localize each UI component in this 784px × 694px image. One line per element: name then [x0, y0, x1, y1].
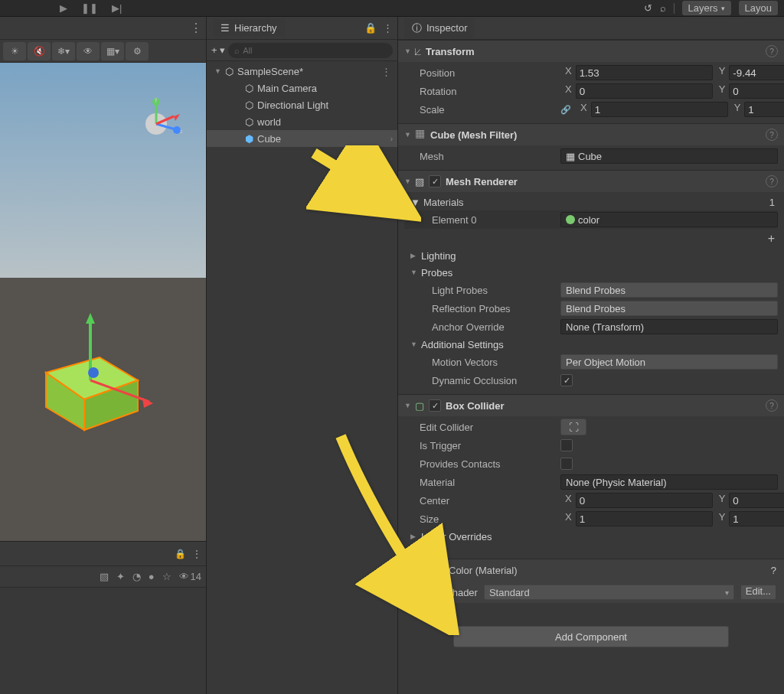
- layers-dropdown[interactable]: Layers▾: [682, 1, 731, 15]
- motion-vectors-dropdown[interactable]: Per Object Motion: [560, 354, 778, 370]
- history-icon[interactable]: ↺: [644, 2, 652, 14]
- scene-light-toggle[interactable]: ☀: [3, 42, 26, 60]
- inspector-tab[interactable]: ⓘ Inspector: [404, 18, 475, 38]
- hierarchy-icon: ☰: [220, 22, 230, 34]
- scale-x-input[interactable]: [591, 102, 728, 117]
- transform-icon: ⟀: [415, 46, 421, 57]
- mesh-field[interactable]: ▦Cube: [560, 148, 778, 164]
- reflection-probes-label: Reflection Probes: [404, 303, 557, 314]
- help-icon[interactable]: ?: [766, 399, 778, 412]
- svg-text:y: y: [155, 97, 158, 103]
- edit-collider-label: Edit Collider: [404, 422, 557, 433]
- additional-settings-foldout[interactable]: Additional Settings: [421, 339, 504, 350]
- console-icon-2[interactable]: ✦: [116, 571, 125, 582]
- lighting-foldout[interactable]: Lighting: [421, 250, 456, 262]
- inspector-panel: ⓘ Inspector ▼ ⟀ Transform ? Position X Y…: [398, 17, 784, 694]
- hierarchy-menu-icon[interactable]: ⋮: [383, 22, 393, 34]
- element0-field[interactable]: color: [560, 212, 778, 227]
- help-icon[interactable]: ?: [771, 565, 776, 576]
- rotation-y-input[interactable]: [729, 83, 784, 99]
- position-y-input[interactable]: [729, 65, 784, 80]
- pause-icon[interactable]: ❚❚: [81, 2, 98, 14]
- console-icon-1[interactable]: ▧: [100, 571, 109, 582]
- console-menu-icon[interactable]: ⋮: [192, 549, 201, 559]
- rotation-x-input[interactable]: [576, 83, 713, 99]
- foldout-icon[interactable]: ▼: [410, 197, 420, 208]
- help-icon[interactable]: ?: [766, 175, 778, 187]
- svg-rect-0: [0, 63, 206, 278]
- scene-grid-toggle[interactable]: ▦▾: [101, 42, 124, 60]
- light-probes-dropdown[interactable]: Blend Probes: [560, 282, 778, 298]
- box-collider-enable-checkbox[interactable]: ✓: [429, 399, 441, 412]
- hierarchy-lock-icon[interactable]: 🔒: [364, 22, 377, 34]
- selected-cube[interactable]: [31, 311, 153, 434]
- scene-hidden-toggle[interactable]: 👁: [77, 42, 100, 60]
- add-material-icon[interactable]: +: [768, 232, 775, 246]
- scene-gizmo-toggle[interactable]: ⚙: [126, 42, 149, 60]
- create-dropdown[interactable]: + ▾: [211, 44, 225, 56]
- center-x-input[interactable]: [576, 493, 713, 508]
- shader-dropdown[interactable]: Standard: [484, 585, 734, 600]
- size-y-input[interactable]: [729, 511, 784, 526]
- console-error-icon[interactable]: ●: [149, 571, 155, 582]
- hierarchy-item-cube[interactable]: ⬢ Cube ›: [207, 130, 397, 147]
- scene-fx-toggle[interactable]: ❄▾: [52, 42, 75, 60]
- provides-contacts-checkbox[interactable]: [560, 458, 573, 470]
- anchor-override-field[interactable]: None (Transform): [560, 319, 778, 334]
- foldout-icon[interactable]: ▼: [404, 47, 410, 55]
- console-warning-count[interactable]: 👁14: [179, 571, 201, 582]
- hierarchy-scene[interactable]: ▼ ⬡ SampleScene* ⋮: [207, 63, 397, 80]
- console-icon-3[interactable]: ◔: [132, 571, 141, 582]
- physic-material-field[interactable]: None (Physic Material): [560, 474, 778, 490]
- light-probes-label: Light Probes: [404, 285, 557, 296]
- svg-marker-14: [86, 313, 95, 324]
- scene-menu-icon[interactable]: ⋮: [190, 21, 203, 35]
- hierarchy-tab[interactable]: ☰ Hierarchy: [213, 19, 285, 37]
- size-label: Size: [404, 513, 557, 525]
- play-icon[interactable]: ▶: [60, 2, 67, 14]
- material-section: Color (Material) ? Shader Standard Edit.…: [398, 559, 784, 603]
- shader-edit-button[interactable]: Edit...: [740, 585, 776, 600]
- scale-y-input[interactable]: [744, 102, 784, 117]
- box-collider-component: ▼ ▢ ✓ Box Collider ? Edit Collider⛶ Is T…: [398, 394, 784, 549]
- foldout-icon[interactable]: ▶: [410, 533, 416, 540]
- add-component-button[interactable]: Add Component: [453, 626, 729, 647]
- hierarchy-item-world[interactable]: ⬡ world: [207, 113, 397, 130]
- foldout-icon[interactable]: ▼: [410, 269, 416, 276]
- layout-dropdown[interactable]: Layou: [739, 1, 778, 15]
- foldout-icon[interactable]: ▼: [404, 178, 410, 185]
- mesh-renderer-icon: ▨: [415, 176, 424, 187]
- foldout-icon[interactable]: ▶: [410, 252, 416, 259]
- scale-link-icon[interactable]: 🔗: [560, 105, 573, 115]
- console-star-icon[interactable]: ☆: [162, 571, 172, 582]
- scene-viewport[interactable]: y z: [0, 63, 206, 541]
- hierarchy-search[interactable]: ⌕ All: [228, 43, 393, 58]
- mesh-renderer-enable-checkbox[interactable]: ✓: [429, 175, 441, 187]
- material-title: Color (Material): [449, 565, 518, 576]
- step-icon[interactable]: ▶|: [112, 2, 122, 14]
- help-icon[interactable]: ?: [766, 129, 778, 141]
- dynamic-occlusion-checkbox[interactable]: ✓: [560, 374, 573, 386]
- position-x-input[interactable]: [576, 65, 713, 80]
- anchor-override-label: Anchor Override: [404, 321, 557, 333]
- center-y-input[interactable]: [729, 493, 784, 508]
- hierarchy-item-camera[interactable]: ⬡ Main Camera: [207, 80, 397, 96]
- foldout-icon[interactable]: ▼: [404, 402, 410, 409]
- foldout-icon[interactable]: ▼: [404, 131, 410, 138]
- search-icon[interactable]: ⌕: [660, 2, 666, 14]
- console-lock-icon[interactable]: 🔒: [175, 549, 186, 559]
- orientation-gizmo[interactable]: y z: [129, 97, 183, 151]
- size-x-input[interactable]: [576, 511, 713, 526]
- help-icon[interactable]: ?: [766, 45, 778, 57]
- scene-menu-icon[interactable]: ⋮: [381, 66, 397, 77]
- layer-overrides-foldout[interactable]: Layer Overrides: [421, 531, 492, 542]
- is-trigger-checkbox[interactable]: [560, 439, 573, 451]
- foldout-icon[interactable]: ▼: [410, 340, 416, 348]
- reflection-probes-dropdown[interactable]: Blend Probes: [560, 301, 778, 316]
- hierarchy-item-light[interactable]: ⬡ Directional Light: [207, 96, 397, 113]
- scene-audio-toggle[interactable]: 🔇: [28, 42, 51, 60]
- material-swatch-icon: [566, 215, 575, 224]
- edit-collider-button[interactable]: ⛶: [560, 419, 586, 435]
- probes-foldout[interactable]: Probes: [421, 267, 452, 279]
- mesh-label: Mesh: [404, 151, 557, 162]
